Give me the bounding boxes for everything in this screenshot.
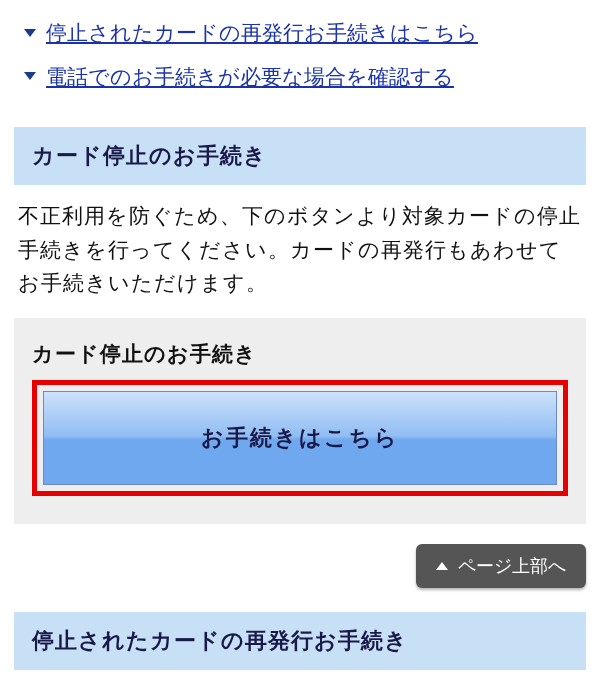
section-body-stop-card: 不正利用を防ぐため、下のボタンより対象カードの停止手続きを行ってください。カード… <box>0 199 600 318</box>
panel-title: カード停止のお手続き <box>32 340 568 368</box>
anchor-link-reissue[interactable]: 停止されたカードの再発行お手続きはこちら <box>24 16 576 50</box>
page-top-label: ページ上部へ <box>458 554 566 578</box>
highlight-box: お手続きはこちら <box>32 380 568 496</box>
button-label: お手続きはこちら <box>201 423 399 453</box>
anchor-link-phone[interactable]: 電話でのお手続きが必要な場合を確認する <box>24 60 576 94</box>
section-header-text: 停止されたカードの再発行お手続き <box>32 626 568 656</box>
section-header-stop-card: カード停止のお手続き <box>14 127 586 185</box>
caret-down-icon <box>24 29 36 37</box>
page-top-button[interactable]: ページ上部へ <box>416 544 586 588</box>
action-panel-stop-card: カード停止のお手続き お手続きはこちら <box>14 318 586 524</box>
section-header-text: カード停止のお手続き <box>32 141 568 171</box>
page-top-wrap: ページ上部へ <box>0 524 600 596</box>
chevron-up-icon <box>436 562 448 570</box>
caret-down-icon <box>24 72 36 80</box>
section-header-reissue: 停止されたカードの再発行お手続き <box>14 612 586 670</box>
anchor-links: 停止されたカードの再発行お手続きはこちら 電話でのお手続きが必要な場合を確認する <box>0 0 600 111</box>
link-label: 電話でのお手続きが必要な場合を確認する <box>46 60 454 94</box>
proceed-button[interactable]: お手続きはこちら <box>43 391 557 485</box>
link-label: 停止されたカードの再発行お手続きはこちら <box>46 16 478 50</box>
